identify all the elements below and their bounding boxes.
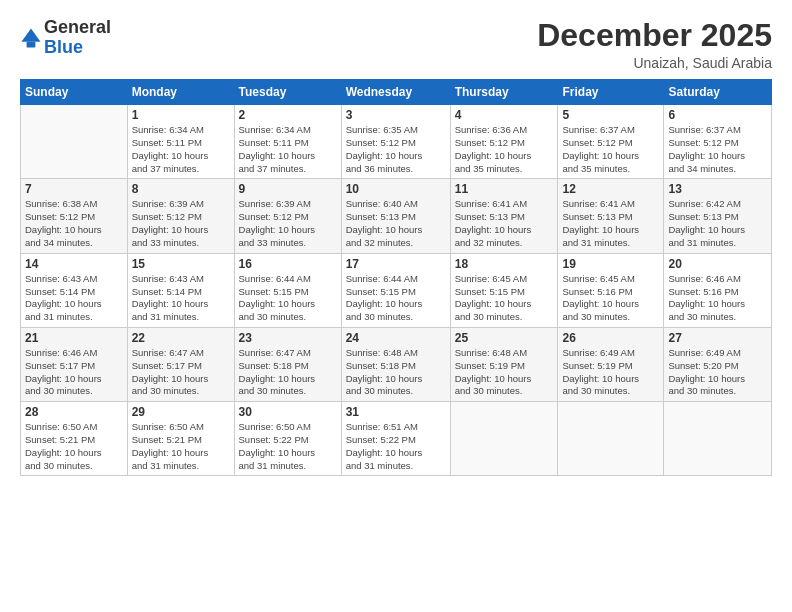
table-row: 7Sunrise: 6:38 AM Sunset: 5:12 PM Daylig… — [21, 179, 128, 253]
table-row: 5Sunrise: 6:37 AM Sunset: 5:12 PM Daylig… — [558, 105, 664, 179]
day-info: Sunrise: 6:49 AM Sunset: 5:19 PM Dayligh… — [562, 347, 659, 398]
day-info: Sunrise: 6:49 AM Sunset: 5:20 PM Dayligh… — [668, 347, 767, 398]
table-row: 31Sunrise: 6:51 AM Sunset: 5:22 PM Dayli… — [341, 402, 450, 476]
table-row: 9Sunrise: 6:39 AM Sunset: 5:12 PM Daylig… — [234, 179, 341, 253]
day-number: 16 — [239, 257, 337, 271]
logo-area: General Blue — [20, 18, 111, 58]
col-monday: Monday — [127, 80, 234, 105]
day-number: 28 — [25, 405, 123, 419]
table-row: 20Sunrise: 6:46 AM Sunset: 5:16 PM Dayli… — [664, 253, 772, 327]
table-row: 27Sunrise: 6:49 AM Sunset: 5:20 PM Dayli… — [664, 327, 772, 401]
day-info: Sunrise: 6:36 AM Sunset: 5:12 PM Dayligh… — [455, 124, 554, 175]
table-row: 13Sunrise: 6:42 AM Sunset: 5:13 PM Dayli… — [664, 179, 772, 253]
table-row — [558, 402, 664, 476]
day-info: Sunrise: 6:35 AM Sunset: 5:12 PM Dayligh… — [346, 124, 446, 175]
month-title: December 2025 — [537, 18, 772, 53]
day-number: 14 — [25, 257, 123, 271]
table-row — [664, 402, 772, 476]
title-area: December 2025 Unaizah, Saudi Arabia — [537, 18, 772, 71]
day-info: Sunrise: 6:50 AM Sunset: 5:21 PM Dayligh… — [132, 421, 230, 472]
logo-general-text: General — [44, 17, 111, 37]
calendar-table: Sunday Monday Tuesday Wednesday Thursday… — [20, 79, 772, 476]
table-row: 1Sunrise: 6:34 AM Sunset: 5:11 PM Daylig… — [127, 105, 234, 179]
day-number: 7 — [25, 182, 123, 196]
day-number: 8 — [132, 182, 230, 196]
day-number: 4 — [455, 108, 554, 122]
day-info: Sunrise: 6:37 AM Sunset: 5:12 PM Dayligh… — [562, 124, 659, 175]
day-number: 18 — [455, 257, 554, 271]
day-info: Sunrise: 6:43 AM Sunset: 5:14 PM Dayligh… — [25, 273, 123, 324]
col-tuesday: Tuesday — [234, 80, 341, 105]
day-number: 20 — [668, 257, 767, 271]
col-sunday: Sunday — [21, 80, 128, 105]
day-info: Sunrise: 6:50 AM Sunset: 5:22 PM Dayligh… — [239, 421, 337, 472]
day-info: Sunrise: 6:40 AM Sunset: 5:13 PM Dayligh… — [346, 198, 446, 249]
logo-icon — [20, 27, 42, 49]
table-row: 4Sunrise: 6:36 AM Sunset: 5:12 PM Daylig… — [450, 105, 558, 179]
day-number: 11 — [455, 182, 554, 196]
day-info: Sunrise: 6:42 AM Sunset: 5:13 PM Dayligh… — [668, 198, 767, 249]
table-row: 3Sunrise: 6:35 AM Sunset: 5:12 PM Daylig… — [341, 105, 450, 179]
day-info: Sunrise: 6:51 AM Sunset: 5:22 PM Dayligh… — [346, 421, 446, 472]
day-info: Sunrise: 6:46 AM Sunset: 5:17 PM Dayligh… — [25, 347, 123, 398]
table-row: 18Sunrise: 6:45 AM Sunset: 5:15 PM Dayli… — [450, 253, 558, 327]
table-row: 15Sunrise: 6:43 AM Sunset: 5:14 PM Dayli… — [127, 253, 234, 327]
day-number: 13 — [668, 182, 767, 196]
day-info: Sunrise: 6:41 AM Sunset: 5:13 PM Dayligh… — [455, 198, 554, 249]
col-friday: Friday — [558, 80, 664, 105]
day-info: Sunrise: 6:47 AM Sunset: 5:17 PM Dayligh… — [132, 347, 230, 398]
table-row: 10Sunrise: 6:40 AM Sunset: 5:13 PM Dayli… — [341, 179, 450, 253]
day-info: Sunrise: 6:37 AM Sunset: 5:12 PM Dayligh… — [668, 124, 767, 175]
calendar-week-row: 14Sunrise: 6:43 AM Sunset: 5:14 PM Dayli… — [21, 253, 772, 327]
header-area: General Blue December 2025 Unaizah, Saud… — [20, 18, 772, 71]
day-number: 31 — [346, 405, 446, 419]
table-row: 17Sunrise: 6:44 AM Sunset: 5:15 PM Dayli… — [341, 253, 450, 327]
day-number: 21 — [25, 331, 123, 345]
day-number: 17 — [346, 257, 446, 271]
day-number: 1 — [132, 108, 230, 122]
day-number: 25 — [455, 331, 554, 345]
col-saturday: Saturday — [664, 80, 772, 105]
day-number: 3 — [346, 108, 446, 122]
day-number: 22 — [132, 331, 230, 345]
table-row: 16Sunrise: 6:44 AM Sunset: 5:15 PM Dayli… — [234, 253, 341, 327]
day-number: 23 — [239, 331, 337, 345]
day-info: Sunrise: 6:39 AM Sunset: 5:12 PM Dayligh… — [132, 198, 230, 249]
day-info: Sunrise: 6:34 AM Sunset: 5:11 PM Dayligh… — [132, 124, 230, 175]
table-row: 2Sunrise: 6:34 AM Sunset: 5:11 PM Daylig… — [234, 105, 341, 179]
table-row: 23Sunrise: 6:47 AM Sunset: 5:18 PM Dayli… — [234, 327, 341, 401]
table-row: 12Sunrise: 6:41 AM Sunset: 5:13 PM Dayli… — [558, 179, 664, 253]
calendar-week-row: 21Sunrise: 6:46 AM Sunset: 5:17 PM Dayli… — [21, 327, 772, 401]
day-info: Sunrise: 6:38 AM Sunset: 5:12 PM Dayligh… — [25, 198, 123, 249]
day-number: 19 — [562, 257, 659, 271]
day-info: Sunrise: 6:43 AM Sunset: 5:14 PM Dayligh… — [132, 273, 230, 324]
svg-rect-1 — [27, 41, 36, 47]
day-info: Sunrise: 6:41 AM Sunset: 5:13 PM Dayligh… — [562, 198, 659, 249]
day-info: Sunrise: 6:44 AM Sunset: 5:15 PM Dayligh… — [239, 273, 337, 324]
table-row: 28Sunrise: 6:50 AM Sunset: 5:21 PM Dayli… — [21, 402, 128, 476]
day-number: 26 — [562, 331, 659, 345]
day-info: Sunrise: 6:34 AM Sunset: 5:11 PM Dayligh… — [239, 124, 337, 175]
col-thursday: Thursday — [450, 80, 558, 105]
col-wednesday: Wednesday — [341, 80, 450, 105]
day-number: 9 — [239, 182, 337, 196]
table-row: 26Sunrise: 6:49 AM Sunset: 5:19 PM Dayli… — [558, 327, 664, 401]
calendar-week-row: 7Sunrise: 6:38 AM Sunset: 5:12 PM Daylig… — [21, 179, 772, 253]
table-row: 19Sunrise: 6:45 AM Sunset: 5:16 PM Dayli… — [558, 253, 664, 327]
table-row: 6Sunrise: 6:37 AM Sunset: 5:12 PM Daylig… — [664, 105, 772, 179]
day-number: 12 — [562, 182, 659, 196]
location-subtitle: Unaizah, Saudi Arabia — [537, 55, 772, 71]
day-number: 27 — [668, 331, 767, 345]
calendar-header-row: Sunday Monday Tuesday Wednesday Thursday… — [21, 80, 772, 105]
svg-marker-0 — [21, 28, 40, 41]
day-info: Sunrise: 6:46 AM Sunset: 5:16 PM Dayligh… — [668, 273, 767, 324]
table-row: 14Sunrise: 6:43 AM Sunset: 5:14 PM Dayli… — [21, 253, 128, 327]
day-number: 24 — [346, 331, 446, 345]
logo-blue-text: Blue — [44, 37, 83, 57]
day-number: 2 — [239, 108, 337, 122]
table-row: 22Sunrise: 6:47 AM Sunset: 5:17 PM Dayli… — [127, 327, 234, 401]
table-row: 11Sunrise: 6:41 AM Sunset: 5:13 PM Dayli… — [450, 179, 558, 253]
day-info: Sunrise: 6:45 AM Sunset: 5:16 PM Dayligh… — [562, 273, 659, 324]
day-info: Sunrise: 6:47 AM Sunset: 5:18 PM Dayligh… — [239, 347, 337, 398]
day-number: 5 — [562, 108, 659, 122]
